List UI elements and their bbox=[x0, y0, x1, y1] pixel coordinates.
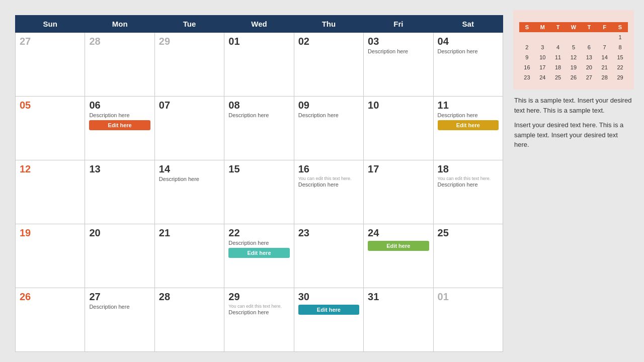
day-number: 19 bbox=[20, 227, 80, 239]
day-number: 21 bbox=[159, 227, 220, 239]
mini-cal-cell: 8 bbox=[612, 42, 628, 52]
calendar-cell: 08Description here bbox=[224, 97, 294, 160]
day-number: 09 bbox=[298, 100, 359, 111]
calendar-cell: 07 bbox=[154, 97, 224, 160]
sidebar: SMTWTFS 12345678910111213141516171819202… bbox=[513, 10, 634, 352]
calendar-cell: 26 bbox=[16, 288, 85, 352]
day-number: 27 bbox=[89, 291, 150, 303]
edit-button[interactable]: Edit here bbox=[438, 120, 499, 130]
mini-cal-cell: 17 bbox=[535, 62, 550, 72]
mini-cal-cell: 1 bbox=[612, 32, 628, 42]
calendar-cell: 20 bbox=[85, 224, 154, 288]
mini-cal-day-header: S bbox=[519, 22, 535, 32]
mini-cal-cell: 12 bbox=[566, 52, 582, 62]
day-number: 16 bbox=[298, 163, 359, 175]
day-number: 23 bbox=[298, 227, 359, 239]
calendar-cell: 28 bbox=[85, 33, 154, 97]
edit-button[interactable]: Edit here bbox=[89, 120, 150, 130]
mini-cal-cell: 25 bbox=[550, 72, 566, 82]
calendar-day-header: Sun bbox=[16, 16, 85, 33]
day-number: 08 bbox=[228, 100, 289, 111]
calendar-day-header: Tue bbox=[154, 16, 224, 33]
day-number: 05 bbox=[20, 100, 80, 111]
mini-cal-cell: 16 bbox=[519, 62, 535, 72]
calendar-cell: 29You can edit this text here.Descriptio… bbox=[224, 288, 294, 352]
edit-note: You can edit this text here. bbox=[228, 304, 289, 309]
day-number: 13 bbox=[89, 163, 150, 175]
mini-cal-cell bbox=[581, 32, 597, 42]
calendar-day-header: Sat bbox=[433, 16, 503, 33]
mini-cal-cell bbox=[597, 32, 612, 42]
sidebar-paragraph: Insert your desired text here. This is a… bbox=[514, 120, 633, 150]
mini-cal-cell: 15 bbox=[612, 52, 628, 62]
day-number: 01 bbox=[228, 36, 289, 47]
mini-cal-cell: 3 bbox=[535, 42, 550, 52]
cell-description: Description here bbox=[438, 182, 499, 188]
day-number: 07 bbox=[159, 100, 220, 111]
mini-cal-cell: 2 bbox=[519, 42, 535, 52]
day-number: 06 bbox=[89, 100, 150, 111]
mini-cal-day-header: W bbox=[566, 22, 582, 32]
mini-cal-cell: 5 bbox=[566, 42, 582, 52]
mini-calendar-table: SMTWTFS 12345678910111213141516171819202… bbox=[519, 22, 628, 82]
calendar-cell: 10 bbox=[364, 97, 433, 160]
calendar-week-row: 0506Description hereEdit here0708Descrip… bbox=[16, 97, 503, 160]
edit-button[interactable]: Edit here bbox=[368, 241, 429, 251]
day-number: 15 bbox=[228, 163, 289, 175]
mini-cal-day-header: T bbox=[550, 22, 566, 32]
cell-description: Description here bbox=[159, 176, 220, 182]
mini-cal-cell: 26 bbox=[566, 72, 582, 82]
calendar-cell: 30Edit here bbox=[294, 288, 363, 352]
calendar-day-header: Thu bbox=[294, 16, 363, 33]
calendar-cell: 12 bbox=[16, 160, 85, 224]
mini-cal-cell: 27 bbox=[581, 72, 597, 82]
calendar-cell: 14Description here bbox=[154, 160, 224, 224]
sidebar-text-block: This is a sample text. Insert your desir… bbox=[513, 96, 634, 155]
mini-cal-cell: 10 bbox=[535, 52, 550, 62]
sidebar-paragraph: This is a sample text. Insert your desir… bbox=[514, 96, 633, 115]
edit-note: You can edit this text here. bbox=[438, 176, 499, 182]
calendar-cell: 18You can edit this text here.Descriptio… bbox=[433, 160, 503, 224]
mini-cal-day-header: M bbox=[535, 22, 550, 32]
calendar-cell: 09Description here bbox=[294, 97, 363, 160]
calendar-cell: 23 bbox=[294, 224, 363, 288]
cell-description: Description here bbox=[228, 112, 289, 118]
calendar-day-header: Fri bbox=[364, 16, 433, 33]
day-number: 31 bbox=[368, 291, 429, 303]
mini-cal-cell: 9 bbox=[519, 52, 535, 62]
edit-button[interactable]: Edit here bbox=[298, 305, 359, 315]
edit-button[interactable]: Edit here bbox=[228, 248, 289, 258]
calendar-cell: 01 bbox=[433, 288, 503, 352]
mini-cal-cell: 28 bbox=[597, 72, 612, 82]
mini-cal-day-header: T bbox=[581, 22, 597, 32]
mini-cal-week-row: 1 bbox=[519, 32, 628, 42]
day-number: 02 bbox=[298, 36, 359, 47]
mini-cal-cell: 7 bbox=[597, 42, 612, 52]
calendar-cell: 25 bbox=[433, 224, 503, 288]
mini-cal-day-header: S bbox=[612, 22, 628, 32]
calendar-week-row: 2627Description here2829You can edit thi… bbox=[16, 288, 503, 352]
calendar-cell: 28 bbox=[154, 288, 224, 352]
day-number: 10 bbox=[368, 100, 429, 111]
day-number: 24 bbox=[368, 227, 429, 239]
calendar-day-header: Mon bbox=[85, 16, 154, 33]
mini-cal-cell bbox=[535, 32, 550, 42]
mini-cal-cell: 29 bbox=[612, 72, 628, 82]
calendar-cell: 04Description here bbox=[433, 33, 503, 97]
calendar-cell: 22Description hereEdit here bbox=[224, 224, 294, 288]
mini-cal-day-header: F bbox=[597, 22, 612, 32]
calendar-cell: 16You can edit this text here.Descriptio… bbox=[294, 160, 363, 224]
calendar-cell: 29 bbox=[154, 33, 224, 97]
day-number: 25 bbox=[438, 227, 499, 239]
day-number: 18 bbox=[438, 163, 499, 175]
cell-description: Description here bbox=[438, 48, 499, 54]
calendar-header-row: SunMonTueWedThuFriSat bbox=[16, 16, 503, 33]
calendar-cell: 13 bbox=[85, 160, 154, 224]
cell-description: Description here bbox=[89, 304, 150, 310]
day-number: 03 bbox=[368, 36, 429, 47]
mini-cal-cell: 6 bbox=[581, 42, 597, 52]
calendar-cell: 01 bbox=[224, 33, 294, 97]
calendar-week-row: 272829010203Description here04Descriptio… bbox=[16, 33, 503, 97]
main-calendar: SunMonTueWedThuFriSat 272829010203Descri… bbox=[15, 15, 503, 352]
calendar-cell: 21 bbox=[154, 224, 224, 288]
